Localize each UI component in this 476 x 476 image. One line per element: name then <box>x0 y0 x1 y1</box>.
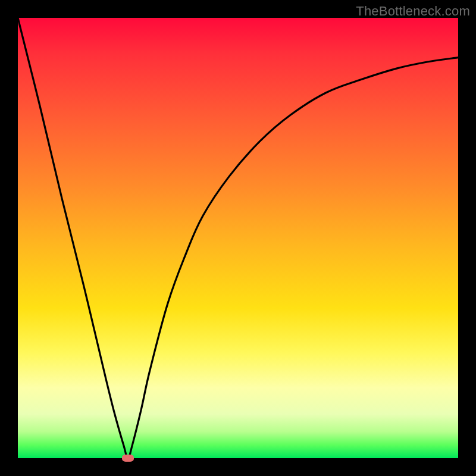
curve-svg <box>18 18 458 458</box>
chart-frame: TheBottleneck.com <box>0 0 476 476</box>
bottleneck-curve-path <box>18 18 458 458</box>
watermark-text: TheBottleneck.com <box>356 4 470 19</box>
min-marker-dot <box>122 455 134 462</box>
plot-area <box>18 18 458 458</box>
